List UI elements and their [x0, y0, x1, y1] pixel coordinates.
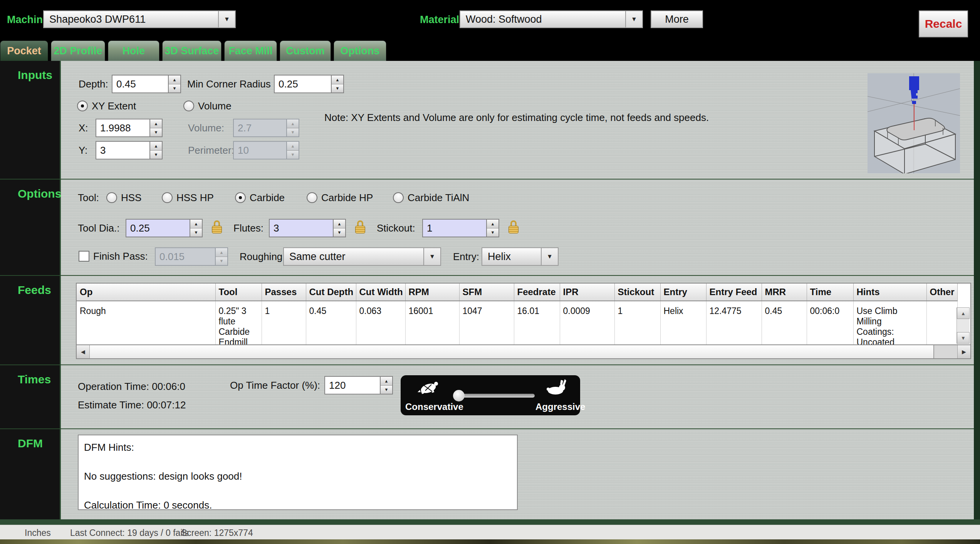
- more-button[interactable]: More: [651, 10, 703, 28]
- tool-dia-input[interactable]: 0.25 ▲▼: [126, 219, 203, 237]
- dfm-hints-textarea[interactable]: DFM Hints: No suggestions: design looks …: [78, 435, 518, 510]
- tool-radio-label: HSS: [121, 192, 141, 204]
- col-passes[interactable]: Passes: [262, 284, 306, 301]
- depth-input[interactable]: 0.45 ▲▼: [112, 75, 181, 93]
- col-ipr[interactable]: IPR: [560, 284, 614, 301]
- scrollbar-thumb[interactable]: [90, 345, 934, 358]
- stickout-input[interactable]: 1 ▲▼: [422, 219, 499, 237]
- spin-up-button[interactable]: ▲: [190, 220, 202, 228]
- material-dropdown[interactable]: Wood: Softwood ▼: [460, 10, 643, 28]
- entry-dropdown-value: Helix: [482, 248, 541, 265]
- spin-down-button[interactable]: ▼: [381, 386, 392, 394]
- tab-options[interactable]: Options: [334, 40, 386, 61]
- perimeter-label: Perimeter:: [188, 141, 234, 160]
- depth-value[interactable]: 0.45: [112, 75, 169, 93]
- spin-up-button[interactable]: ▲: [332, 76, 343, 84]
- tool-dia-value[interactable]: 0.25: [126, 219, 190, 237]
- feeds-table: Op Tool Passes Cut Depth Cut Width RPM S…: [76, 283, 971, 359]
- recalc-button[interactable]: Recalc: [919, 10, 968, 37]
- spin-up-button[interactable]: ▲: [334, 220, 345, 228]
- spin-up-button[interactable]: ▲: [487, 220, 498, 228]
- perimeter-input: 10 ▲▼: [233, 141, 299, 160]
- xy-extent-radio[interactable]: XY Extent: [77, 99, 136, 112]
- roughing-dropdown[interactable]: Same cutter ▼: [283, 247, 441, 266]
- col-cut-depth[interactable]: Cut Depth: [306, 284, 356, 301]
- tab-face-mill[interactable]: Face Mill: [224, 40, 277, 61]
- spin-up-button[interactable]: ▲: [381, 377, 392, 386]
- spin-up-button[interactable]: ▲: [169, 76, 180, 84]
- min-corner-radius-input[interactable]: 0.25 ▲▼: [274, 75, 344, 93]
- spin-down-button[interactable]: ▼: [334, 228, 345, 237]
- entry-label: Entry:: [453, 247, 479, 266]
- tool-dia-lock-icon[interactable]: [212, 220, 222, 234]
- tab-custom[interactable]: Custom: [280, 40, 331, 61]
- spin-down-button[interactable]: ▼: [169, 84, 180, 93]
- col-stickout[interactable]: Stickout: [614, 284, 660, 301]
- xy-extents-note: Note: XY Extents and Volume are only for…: [324, 112, 709, 124]
- col-rpm[interactable]: RPM: [405, 284, 459, 301]
- tab-hole[interactable]: Hole: [108, 40, 159, 61]
- col-sfm[interactable]: SFM: [459, 284, 514, 301]
- table-vertical-scrollbar[interactable]: ▲ ▼: [957, 307, 970, 344]
- tool-radio-carbide[interactable]: Carbide: [235, 191, 285, 204]
- tool-material-label: Tool:: [78, 191, 99, 204]
- tool-radio-carbide-tialn[interactable]: Carbide TiAlN: [393, 191, 469, 204]
- section-times: Times Operation Time: 00:06:0 Estimate T…: [0, 365, 974, 429]
- min-corner-radius-value[interactable]: 0.25: [274, 75, 332, 93]
- flutes-input[interactable]: 3 ▲▼: [269, 219, 346, 237]
- spin-down-button[interactable]: ▼: [190, 228, 202, 237]
- volume-radio-label: Volume: [198, 100, 232, 112]
- col-tool[interactable]: Tool: [215, 284, 262, 301]
- aggressiveness-slider-thumb[interactable]: [453, 390, 465, 401]
- perimeter-value: 10: [233, 141, 287, 160]
- last-connect-status: Last Connect: 19 days / 0 fails: [70, 528, 189, 538]
- volume-radio[interactable]: Volume: [183, 99, 232, 112]
- spin-down-button[interactable]: ▼: [487, 228, 498, 237]
- dfm-calc-time-text: Calculation Time: 0 seconds.: [84, 499, 512, 511]
- spin-up-button[interactable]: ▲: [150, 119, 162, 128]
- spin-down-button[interactable]: ▼: [332, 84, 343, 93]
- scroll-right-icon[interactable]: ▶: [957, 345, 970, 358]
- stickout-value[interactable]: 1: [422, 219, 487, 237]
- machine-dropdown[interactable]: Shapeoko3 DWP611 ▼: [43, 10, 236, 28]
- spin-down-button[interactable]: ▼: [150, 151, 162, 159]
- flutes-value[interactable]: 3: [269, 219, 334, 237]
- col-op[interactable]: Op: [77, 284, 215, 301]
- gwizard-calculator-window: Machine Shapeoko3 DWP611 ▼ Material Wood…: [0, 0, 980, 544]
- col-other[interactable]: Other: [926, 284, 957, 301]
- col-feedrate[interactable]: Feedrate: [514, 284, 560, 301]
- flutes-lock-icon[interactable]: [355, 220, 365, 234]
- scroll-up-icon[interactable]: ▲: [957, 307, 970, 319]
- spin-up-button[interactable]: ▲: [150, 142, 162, 151]
- dfm-hints-title: DFM Hints:: [84, 442, 512, 453]
- table-horizontal-scrollbar[interactable]: ◀ ▶: [77, 344, 970, 358]
- y-value[interactable]: 3: [96, 141, 150, 160]
- tab-2d-profile[interactable]: 2D Profile: [51, 40, 105, 61]
- finish-pass-checkbox[interactable]: Finish Pass:: [79, 250, 148, 263]
- col-entry[interactable]: Entry: [660, 284, 706, 301]
- tab-pocket[interactable]: Pocket: [0, 40, 48, 61]
- op-time-factor-input[interactable]: 120 ▲▼: [324, 376, 393, 395]
- x-input[interactable]: 1.9988 ▲▼: [96, 119, 163, 137]
- col-hints[interactable]: Hints: [853, 284, 926, 301]
- entry-dropdown[interactable]: Helix ▼: [482, 247, 559, 266]
- spin-down-button[interactable]: ▼: [150, 128, 162, 137]
- stickout-lock-icon[interactable]: [508, 220, 519, 234]
- aggressiveness-slider-track[interactable]: [458, 394, 535, 398]
- turtle-icon: [417, 378, 441, 395]
- col-time[interactable]: Time: [807, 284, 853, 301]
- col-cut-width[interactable]: Cut Width: [356, 284, 405, 301]
- tool-radio-carbide-hp[interactable]: Carbide HP: [307, 191, 373, 204]
- y-input[interactable]: 3 ▲▼: [96, 141, 163, 160]
- scroll-left-icon[interactable]: ◀: [77, 345, 90, 358]
- tool-radio-hss[interactable]: HSS: [106, 191, 141, 204]
- col-mrr[interactable]: MRR: [762, 284, 807, 301]
- scroll-down-icon[interactable]: ▼: [957, 332, 970, 344]
- col-entry-feed[interactable]: Entry Feed: [706, 284, 762, 301]
- aggressiveness-slider-panel: Conservative Aggressive: [401, 375, 580, 415]
- volume-value: 2.7: [233, 119, 287, 137]
- x-value[interactable]: 1.9988: [96, 119, 150, 137]
- tab-3d-surface[interactable]: 3D Surface: [162, 40, 222, 61]
- tool-radio-hss-hp[interactable]: HSS HP: [162, 191, 214, 204]
- op-time-factor-value[interactable]: 120: [324, 376, 381, 395]
